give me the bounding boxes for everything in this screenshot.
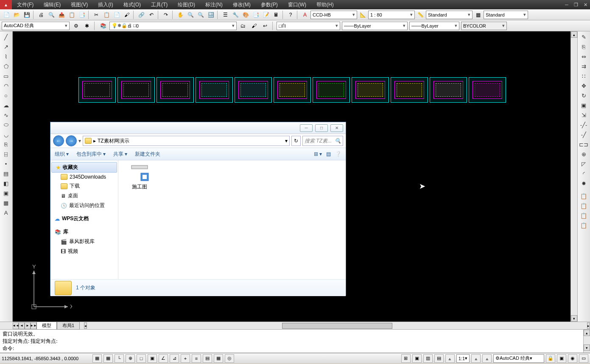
gradient-icon[interactable]: ◧: [1, 179, 11, 188]
isolate-icon[interactable]: ◉: [568, 354, 577, 363]
dialog-minimize-button[interactable]: ─: [300, 124, 313, 132]
tab-model[interactable]: 模型: [36, 322, 57, 330]
scale-combo[interactable]: 1 : 80▾: [368, 11, 415, 19]
fillet-icon[interactable]: ◜: [579, 169, 589, 178]
search-input[interactable]: 搜索 TZ素... 🔍: [302, 136, 343, 146]
tab-prev-icon[interactable]: ◄: [19, 322, 25, 329]
sidebar-libraries[interactable]: 📚库: [50, 227, 118, 237]
menu-window[interactable]: 窗口(W): [283, 0, 311, 10]
menu-parametric[interactable]: 参数(P): [256, 0, 283, 10]
anno-auto-icon[interactable]: ⟁: [482, 354, 492, 363]
nav-back-button[interactable]: ←: [53, 135, 64, 146]
dimstyle-icon[interactable]: 📏: [416, 10, 425, 20]
sidebar-item-baofeng[interactable]: 🎬暴风影视库: [50, 237, 118, 246]
copy-obj-icon[interactable]: ⎘: [579, 42, 589, 51]
drawing-view[interactable]: [352, 77, 389, 103]
anno-visibility-icon[interactable]: ⟁: [471, 354, 481, 363]
tablestyle-icon[interactable]: ▦: [473, 10, 483, 20]
explode-icon[interactable]: ✸: [579, 179, 589, 188]
plotstyle-combo[interactable]: BYCOLOR▾: [461, 22, 507, 30]
textstyle-icon[interactable]: A: [300, 10, 310, 20]
print-icon[interactable]: 🖨: [36, 10, 46, 20]
block-icon[interactable]: 🔗: [137, 10, 146, 20]
sheet-set-icon[interactable]: 📑: [251, 10, 260, 20]
move-icon[interactable]: ✥: [579, 81, 589, 90]
dyn-toggle[interactable]: +: [181, 354, 190, 363]
mtext-icon[interactable]: A: [1, 208, 11, 217]
save-icon[interactable]: 💾: [22, 10, 31, 20]
break-icon[interactable]: ⊏⊐: [579, 140, 589, 149]
offset-icon[interactable]: ⇉: [579, 62, 589, 71]
scale-icon[interactable]: ▣: [579, 101, 589, 110]
rectangle-icon[interactable]: ▭: [1, 71, 11, 81]
dim-style-combo[interactable]: Standard▾: [426, 11, 473, 19]
sheet-icon[interactable]: 📑: [77, 10, 87, 20]
paper-space-button[interactable]: ▣: [412, 354, 422, 363]
help-icon[interactable]: ?: [286, 10, 295, 20]
vertical-scrollbar[interactable]: ▴ ▾: [570, 31, 577, 322]
clean-screen-icon[interactable]: ▭: [579, 354, 588, 363]
drawing-view[interactable]: [78, 77, 116, 103]
zoom-prev-icon[interactable]: 🔙: [206, 10, 215, 20]
preview-pane-button[interactable]: ▤: [326, 151, 331, 157]
organize-menu[interactable]: 组织 ▾: [55, 151, 69, 158]
hatch-icon[interactable]: ▤: [1, 169, 11, 178]
ellipse-arc-icon[interactable]: ◡: [1, 130, 11, 139]
new-icon[interactable]: 📄: [2, 10, 11, 20]
coordinates-display[interactable]: 1125843.1841, -85850.3443 , 0.0000: [2, 356, 91, 361]
mirror-icon[interactable]: ⇔: [579, 52, 589, 61]
sidebar-item-downloads[interactable]: 下载: [50, 181, 118, 191]
dialog-title-bar[interactable]: ─ □ ✕: [50, 122, 346, 134]
sidebar-favorites[interactable]: ★收藏夹: [51, 162, 117, 173]
polyline-icon[interactable]: ⌇: [1, 52, 11, 61]
table-icon[interactable]: ▦: [1, 198, 11, 207]
clipboard3-icon[interactable]: 📋: [579, 211, 589, 220]
anno-scale-combo[interactable]: 1:1▾: [456, 354, 470, 363]
cmd-scroll-down-icon[interactable]: ▾: [584, 344, 590, 351]
otrack-toggle[interactable]: ∠: [159, 354, 168, 363]
sidebar-item-2345[interactable]: 2345Downloads: [50, 173, 118, 181]
tab-first-icon[interactable]: ◄◄: [13, 322, 19, 329]
sc-toggle[interactable]: ◎: [225, 354, 234, 363]
minimize-button[interactable]: ─: [562, 1, 571, 8]
scroll-down-icon[interactable]: ▾: [571, 315, 577, 322]
qv-layouts-button[interactable]: ▥: [423, 354, 433, 363]
undo-icon[interactable]: ↶: [147, 10, 156, 20]
region-icon[interactable]: ▣: [1, 188, 11, 198]
paste-icon[interactable]: 📄: [112, 10, 121, 20]
join-icon[interactable]: ⊕: [579, 149, 589, 159]
cut-icon[interactable]: ✂: [92, 10, 101, 20]
dialog-file-list[interactable]: 施工图: [118, 160, 346, 279]
lineweight-combo[interactable]: ─── ByLayer▾: [409, 22, 459, 30]
share-menu[interactable]: 共享 ▾: [113, 151, 127, 158]
sidebar-item-video[interactable]: 🎞视频: [50, 246, 118, 256]
annotation-scale-icon[interactable]: ⟁: [445, 354, 455, 363]
file-item[interactable]: 施工图: [123, 165, 157, 190]
menu-tools[interactable]: 工具(T): [146, 0, 173, 10]
hardware-accel-icon[interactable]: ▣: [557, 354, 566, 363]
close-button[interactable]: ✕: [581, 1, 590, 8]
pan-icon[interactable]: ✋: [176, 10, 185, 20]
stretch-icon[interactable]: ⇲: [579, 110, 589, 120]
model-space-button[interactable]: ⊞: [401, 354, 411, 363]
open-icon[interactable]: 📂: [12, 10, 21, 20]
tab-last-icon[interactable]: ►►: [31, 322, 36, 329]
osnap-toggle[interactable]: □: [137, 354, 146, 363]
menu-dimension[interactable]: 标注(N): [200, 0, 228, 10]
menu-format[interactable]: 格式(O): [118, 0, 146, 10]
design-center-icon[interactable]: 🔧: [231, 10, 240, 20]
zoom-window-icon[interactable]: 🔍: [196, 10, 205, 20]
clipboard4-icon[interactable]: 📋: [579, 221, 589, 230]
layer-manager-icon[interactable]: 📚: [98, 21, 108, 31]
dialog-sidebar[interactable]: ★收藏夹 2345Downloads 下载 🖥桌面 🕓最近访问的位置 ☁WPS云…: [50, 160, 118, 279]
menu-modify[interactable]: 修改(M): [228, 0, 256, 10]
hscroll-left-icon[interactable]: ◂: [84, 322, 87, 329]
dim-icon[interactable]: 📐: [358, 10, 367, 20]
linetype-combo[interactable]: ─── ByLayer▾: [342, 22, 408, 30]
drawing-view[interactable]: [469, 77, 506, 103]
polar-toggle[interactable]: ⊕: [126, 354, 135, 363]
drawing-view[interactable]: [196, 77, 233, 103]
lwt-toggle[interactable]: ≡: [192, 354, 201, 363]
nav-forward-button[interactable]: →: [66, 135, 77, 146]
layer-prev-icon[interactable]: ↩: [260, 21, 270, 31]
